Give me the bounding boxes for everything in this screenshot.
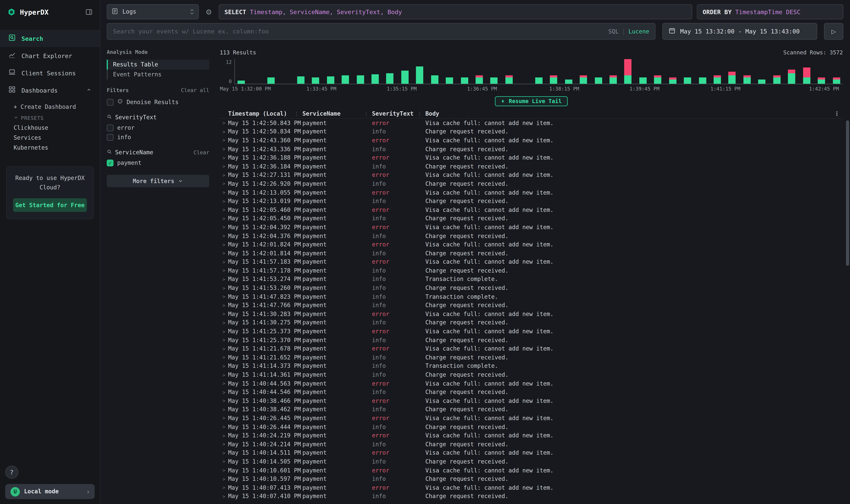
histogram-bar[interactable] <box>758 59 765 84</box>
table-row[interactable]: >May 15 1:41:14.361 PMpaymentinfoCharge … <box>220 371 843 379</box>
table-row[interactable]: >May 15 1:42:01.824 PMpaymenterrorVisa c… <box>220 240 843 249</box>
language-sql-option[interactable]: SQL <box>608 28 619 35</box>
histogram-bar[interactable] <box>788 59 795 84</box>
table-row[interactable]: >May 15 1:42:26.920 PMpaymentinfoCharge … <box>220 179 843 188</box>
row-expand-icon[interactable]: > <box>220 450 228 456</box>
run-query-button[interactable]: ▷ <box>824 23 843 40</box>
histogram-bar[interactable] <box>684 59 691 84</box>
table-row[interactable]: >May 15 1:40:14.505 PMpaymentinfoCharge … <box>220 457 843 466</box>
histogram-bar[interactable] <box>372 59 379 84</box>
histogram-bar[interactable] <box>327 59 334 84</box>
row-expand-icon[interactable]: > <box>220 303 228 308</box>
row-expand-icon[interactable]: > <box>220 121 228 126</box>
table-row[interactable]: >May 15 1:42:27.131 PMpaymenterrorVisa c… <box>220 171 843 180</box>
preset-item-services[interactable]: Services <box>0 133 100 143</box>
table-row[interactable]: >May 15 1:40:38.466 PMpaymenterrorVisa c… <box>220 397 843 405</box>
histogram-bar[interactable] <box>833 59 840 84</box>
table-row[interactable]: >May 15 1:40:44.563 PMpaymenterrorVisa c… <box>220 379 843 388</box>
table-row[interactable]: >May 15 1:42:13.019 PMpaymentinfoCharge … <box>220 197 843 205</box>
histogram-bar[interactable] <box>342 59 349 84</box>
row-expand-icon[interactable]: > <box>220 181 228 186</box>
histogram-bar[interactable] <box>386 59 394 84</box>
table-row[interactable]: >May 15 1:42:01.814 PMpaymentinfoCharge … <box>220 249 843 258</box>
row-expand-icon[interactable]: > <box>220 138 228 143</box>
user-menu[interactable]: U Local mode › <box>5 484 95 499</box>
histogram-bar[interactable] <box>699 59 706 84</box>
table-row[interactable]: >May 15 1:41:30.275 PMpaymentinfoCharge … <box>220 319 843 327</box>
histogram-bar[interactable] <box>237 59 245 84</box>
mode-event-patterns[interactable]: Event Patterns <box>107 70 209 79</box>
histogram-bar[interactable] <box>818 59 825 84</box>
histogram-bar[interactable] <box>282 59 289 84</box>
row-expand-icon[interactable]: > <box>220 277 228 282</box>
table-row[interactable]: >May 15 1:40:24.219 PMpaymenterrorVisa c… <box>220 431 843 440</box>
table-row[interactable]: >May 15 1:42:36.188 PMpaymenterrorVisa c… <box>220 154 843 162</box>
table-row[interactable]: >May 15 1:40:14.511 PMpaymenterrorVisa c… <box>220 449 843 457</box>
row-expand-icon[interactable]: > <box>220 208 228 213</box>
table-row[interactable]: >May 15 1:41:53.260 PMpaymentinfoCharge … <box>220 284 843 292</box>
histogram-bar[interactable] <box>431 59 438 84</box>
help-button[interactable]: ? <box>5 466 18 479</box>
payment-checkbox[interactable]: ✓ <box>107 160 113 166</box>
sidebar-item-chart-explorer[interactable]: Chart Explorer <box>0 47 100 64</box>
table-row[interactable]: >May 15 1:41:25.370 PMpaymentinfoCharge … <box>220 336 843 345</box>
table-row[interactable]: >May 15 1:42:04.392 PMpaymenterrorVisa c… <box>220 223 843 232</box>
histogram-bar[interactable] <box>535 59 542 84</box>
histogram-bar[interactable] <box>669 59 676 84</box>
table-row[interactable]: >May 15 1:40:44.546 PMpaymentinfoCharge … <box>220 388 843 397</box>
table-row[interactable]: >May 15 1:41:21.678 PMpaymenterrorVisa c… <box>220 344 843 353</box>
row-expand-icon[interactable]: > <box>220 320 228 325</box>
row-expand-icon[interactable]: > <box>220 146 228 152</box>
histogram-bar[interactable] <box>595 59 602 84</box>
create-dashboard-button[interactable]: + Create Dashboard <box>0 101 100 112</box>
table-row[interactable]: >May 15 1:41:47.766 PMpaymentinfoCharge … <box>220 301 843 310</box>
histogram-bar[interactable] <box>505 59 513 84</box>
source-settings-gear-icon[interactable]: ⚙ <box>203 8 214 16</box>
histogram-bar[interactable] <box>297 59 304 84</box>
table-row[interactable]: >May 15 1:41:57.183 PMpaymenterrorVisa c… <box>220 258 843 267</box>
source-select[interactable]: Logs <box>107 4 199 19</box>
table-row[interactable]: >May 15 1:40:10.601 PMpaymenterrorVisa c… <box>220 466 843 475</box>
facet-option-info[interactable]: info <box>107 134 209 141</box>
select-columns-editor[interactable]: SELECT Timestamp, ServiceName, SeverityT… <box>219 4 692 19</box>
histogram-bar[interactable] <box>639 59 647 84</box>
table-row[interactable]: >May 15 1:40:24.214 PMpaymentinfoCharge … <box>220 440 843 449</box>
more-filters-button[interactable]: More filters <box>107 175 209 187</box>
row-expand-icon[interactable]: > <box>220 294 228 300</box>
table-row[interactable]: >May 15 1:41:47.823 PMpaymentinfoTransac… <box>220 292 843 301</box>
table-row[interactable]: >May 15 1:41:30.283 PMpaymenterrorVisa c… <box>220 310 843 319</box>
error-checkbox[interactable] <box>107 125 113 131</box>
table-row[interactable]: >May 15 1:42:43.336 PMpaymentinfoCharge … <box>220 145 843 154</box>
histogram-bar[interactable] <box>654 59 662 84</box>
table-row[interactable]: >May 15 1:42:13.055 PMpaymenterrorVisa c… <box>220 188 843 197</box>
preset-item-clickhouse[interactable]: Clickhouse <box>0 123 100 133</box>
row-expand-icon[interactable]: > <box>220 364 228 369</box>
info-checkbox[interactable] <box>107 134 113 141</box>
histogram-bar[interactable] <box>624 59 632 84</box>
row-expand-icon[interactable]: > <box>220 372 228 378</box>
order-by-editor[interactable]: ORDER BY TimestampTime DESC <box>697 4 843 19</box>
row-expand-icon[interactable]: > <box>220 442 228 447</box>
row-expand-icon[interactable]: > <box>220 355 228 360</box>
row-expand-icon[interactable]: > <box>220 286 228 291</box>
sidebar-item-search[interactable]: Search <box>0 30 100 47</box>
sidebar-item-client-sessions[interactable]: Client Sessions <box>0 64 100 82</box>
row-expand-icon[interactable]: > <box>220 259 228 265</box>
histogram-bar[interactable] <box>312 59 319 84</box>
denoise-results-option[interactable]: Denoise Results <box>107 98 209 106</box>
row-expand-icon[interactable]: > <box>220 494 228 499</box>
denoise-checkbox[interactable] <box>107 99 113 106</box>
row-expand-icon[interactable]: > <box>220 251 228 256</box>
row-expand-icon[interactable]: > <box>220 216 228 221</box>
row-expand-icon[interactable]: > <box>220 242 228 247</box>
clear-service-name-link[interactable]: Clear <box>194 150 209 156</box>
row-expand-icon[interactable]: > <box>220 390 228 395</box>
sidebar-item-dashboards[interactable]: Dashboards <box>0 82 100 99</box>
header-service-name[interactable]: ServiceName ⋮ <box>302 110 372 117</box>
histogram-bar[interactable] <box>803 59 810 84</box>
resume-live-tail-button[interactable]: Resume Live Tail <box>495 96 567 106</box>
histogram-bar[interactable] <box>475 59 483 84</box>
header-timestamp[interactable]: Timestamp (Local) ⋮ <box>228 110 302 117</box>
table-menu-icon[interactable]: ⋮ <box>834 110 840 117</box>
date-range-picker[interactable]: May 15 13:32:00 - May 15 13:43:00 <box>662 23 817 40</box>
